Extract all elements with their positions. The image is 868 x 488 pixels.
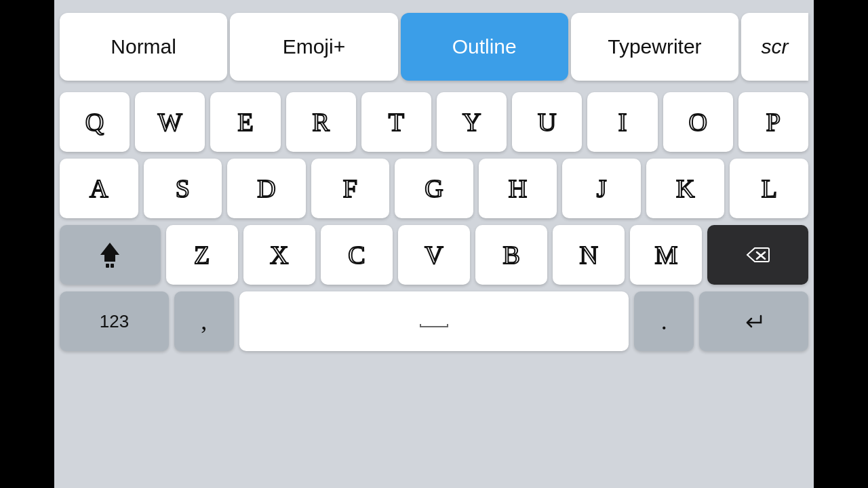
- key-t[interactable]: T: [361, 92, 431, 152]
- tab-emoji[interactable]: Emoji+: [230, 13, 397, 81]
- key-u[interactable]: U: [512, 92, 582, 152]
- key-g[interactable]: G: [395, 159, 473, 218]
- key-row-4: 123 , .: [60, 291, 808, 351]
- key-backspace[interactable]: [707, 225, 808, 285]
- tab-script[interactable]: scr: [741, 13, 808, 81]
- tab-typewriter[interactable]: Typewriter: [571, 13, 738, 81]
- key-row-3: Z X C V B N M: [60, 225, 808, 285]
- key-b[interactable]: B: [475, 225, 547, 285]
- key-n[interactable]: N: [553, 225, 625, 285]
- key-return[interactable]: [699, 291, 808, 351]
- style-tabs-row: Normal Emoji+ Outline Typewriter scr: [54, 0, 814, 88]
- tab-normal[interactable]: Normal: [60, 13, 227, 81]
- key-shift[interactable]: [60, 225, 161, 285]
- key-comma[interactable]: ,: [174, 291, 234, 351]
- key-m[interactable]: M: [630, 225, 702, 285]
- key-a[interactable]: A: [60, 159, 138, 218]
- return-icon: [742, 312, 766, 331]
- key-i[interactable]: I: [587, 92, 657, 152]
- key-s[interactable]: S: [144, 159, 222, 218]
- key-f[interactable]: F: [311, 159, 390, 218]
- key-q[interactable]: Q: [60, 92, 130, 152]
- key-numbers[interactable]: 123: [60, 291, 169, 351]
- key-y[interactable]: Y: [437, 92, 507, 152]
- key-v[interactable]: V: [398, 225, 470, 285]
- key-o[interactable]: O: [663, 92, 733, 152]
- key-h[interactable]: H: [479, 159, 557, 218]
- key-z[interactable]: Z: [166, 225, 238, 285]
- key-period[interactable]: .: [634, 291, 694, 351]
- key-l[interactable]: L: [730, 159, 808, 218]
- key-e[interactable]: E: [210, 92, 280, 152]
- key-j[interactable]: J: [562, 159, 641, 218]
- key-row-1: Q W E R T Y U I O P: [60, 92, 808, 152]
- tab-outline[interactable]: Outline: [401, 13, 568, 81]
- key-p[interactable]: P: [738, 92, 808, 152]
- key-x[interactable]: X: [243, 225, 315, 285]
- backspace-icon: [746, 243, 770, 267]
- shift-icon: [100, 243, 119, 268]
- key-k[interactable]: K: [646, 159, 725, 218]
- keyboard: Normal Emoji+ Outline Typewriter scr Q W…: [54, 0, 814, 488]
- key-row-2: A S D F G H J K L: [60, 159, 808, 218]
- key-w[interactable]: W: [135, 92, 205, 152]
- space-icon: [417, 314, 451, 328]
- key-r[interactable]: R: [286, 92, 356, 152]
- keys-area: Q W E R T Y U I O P A S D F G H J K L: [54, 88, 814, 488]
- key-c[interactable]: C: [321, 225, 393, 285]
- key-space[interactable]: [239, 291, 629, 351]
- key-d[interactable]: D: [227, 159, 306, 218]
